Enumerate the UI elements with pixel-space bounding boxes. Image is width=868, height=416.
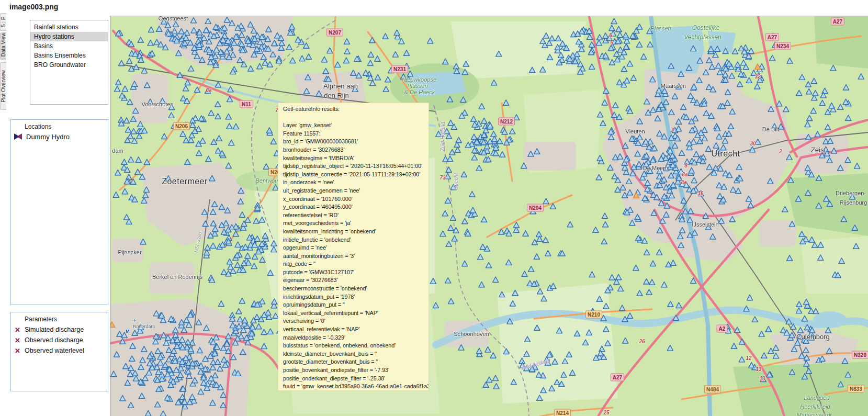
locations-panel-title: Locations [11,120,108,132]
parameter-item[interactable]: ✕Observed waterlevel [11,345,108,356]
popup-line: initiele_functie = 'onbekend' [283,236,429,244]
side-tab-label: 5 : F [1,17,6,27]
map-viewport[interactable]: OegstgeestVoorschotendamZoetermeerPijnac… [110,16,868,416]
window-title: image003.png [9,3,58,11]
locations-panel: Locations Dummy Hydro [10,119,108,305]
x-icon: ✕ [15,327,20,333]
popup-line: tijdstip_registratie_object = '2020-11-1… [283,162,429,171]
x-icon: ✕ [15,347,20,354]
parameter-item-label: Observed waterlevel [25,347,84,354]
sidebar: Rainfall stationsHydro stationsBasinsBas… [7,13,110,416]
popup-line: putcode = 'GMW31C127107' [283,268,429,277]
popup-line: Feature 11557: [283,130,429,138]
popup-line: x_coordinaat = '101760.000' [283,195,429,204]
popup-line: grootste_diameter_bovenkant_buis = '' [283,358,429,366]
getfeatureinfo-popup: GetFeatureInfo results: Layer 'gmw_kense… [278,103,429,391]
x-icon: ✕ [15,337,20,344]
popup-line: aantal_monitoringbuizen = '3' [283,252,429,261]
popup-line [283,114,429,122]
popup-line: opruimingsdatum_put = '' [283,301,429,309]
location-marker-icon [14,132,22,141]
popup-line: bronhouder = '30276683' [283,146,429,154]
popup-line: inrichtingsdatum_put = '1978' [283,293,429,301]
popup-line: lokaal_verticaal_referentiepunt = 'NAP' [283,309,429,318]
parameters-panel: Parameters ✕Simulated discharge✕Observed… [10,312,108,391]
popup-line: verschuiving = '0' [283,317,429,325]
popup-line: positie_onderkant_diepste_filter = '-25.… [283,375,429,383]
popup-line: verticaal_referentievlak = 'NAP' [283,325,429,334]
popup-line: kleinste_diameter_bovenkant_buis = '' [283,350,429,358]
layer-item-hydro-stations[interactable]: Hydro stations [30,32,108,41]
popup-line: eigenaar = '30276683' [283,276,429,285]
parameter-item[interactable]: ✕Simulated discharge [11,324,108,335]
side-tab-label: Plot Overview [1,70,6,103]
popup-line: tijdstip_laatste_correctie = '2021-05-11… [283,171,429,179]
popup-line: maaiveldpositie = '-0.329' [283,334,429,342]
side-tab-plot-overview[interactable]: Plot Overview [0,62,6,110]
popup-line: kwaliteitsnorm_inrichting = 'onbekend' [283,228,429,236]
popup-line: buisstatus = 'onbekend, onbekend, onbeke… [283,342,429,350]
parameters-panel-title: Parameters [11,312,108,324]
popup-line: kwaliteitsregime = 'IMBRO/A' [283,154,429,163]
popup-line: nitg_code = '' [283,260,429,268]
popup-line: met_voorgeschiedenis = 'ja' [283,219,429,228]
popup-line: referentiestelsel = 'RD' [283,211,429,220]
layer-item-basins-ensembles[interactable]: Basins Ensembles [30,51,108,60]
side-tab-label: 6 : Data Viewer [1,32,6,60]
side-tab-strip: 5 : F6 : Data ViewerPlot Overview [0,13,7,416]
layer-item-bro-groundwater[interactable]: BRO Groundwater [30,60,108,70]
popup-line: fuuid = 'gmw_kenset.bd395a90-36a6-46ad-a… [283,383,429,391]
map-canvas [110,16,868,416]
side-tab-5-f[interactable]: 5 : F [0,13,6,31]
side-tab-6-data-viewer[interactable]: 6 : Data Viewer [0,32,6,60]
popup-line: Layer 'gmw_kenset' [283,121,429,130]
popup-line: uit_registratie_genomen = 'nee' [283,187,429,195]
app-window: image003.png 5 : F6 : Data ViewerPlot Ov… [0,0,868,416]
popup-line: y_coordinaat = '460495.000' [283,203,429,211]
popup-line: in_onderzoek = 'nee' [283,178,429,187]
parameter-item-label: Simulated discharge [25,326,84,333]
location-item[interactable]: Dummy Hydro [11,132,108,141]
layer-item-basins[interactable]: Basins [30,41,108,51]
popup-line: GetFeatureInfo results: [283,105,429,114]
parameter-item[interactable]: ✕Observed discharge [11,335,108,345]
locations-items: Dummy Hydro [11,132,108,141]
parameters-items: ✕Simulated discharge✕Observed discharge✕… [11,324,108,356]
popup-line: beschermconstructie = 'onbekend' [283,285,429,293]
layers-list: Rainfall stationsHydro stationsBasinsBas… [30,20,108,105]
location-item-label: Dummy Hydro [26,133,70,141]
parameter-item-label: Observed discharge [25,336,83,344]
popup-line: positie_bovenkant_ondiepste_filter = '-7… [283,366,429,375]
layer-item-rainfall-stations[interactable]: Rainfall stations [30,23,108,32]
popup-line: opgeruimd = 'nee' [283,244,429,252]
popup-line: bro_id = 'GMW000000038681' [283,138,429,146]
